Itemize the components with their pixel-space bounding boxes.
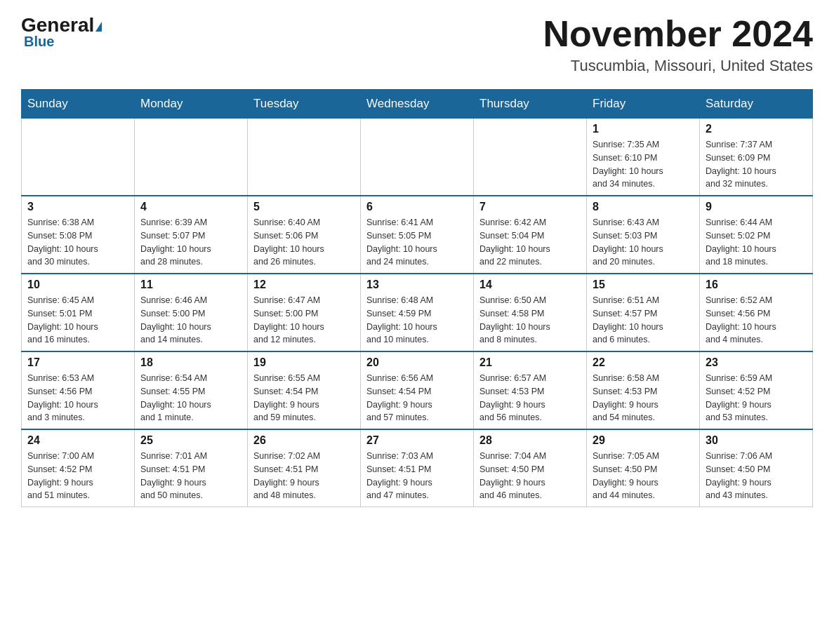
table-row: 13Sunrise: 6:48 AM Sunset: 4:59 PM Dayli… bbox=[361, 274, 474, 351]
day-info: Sunrise: 6:42 AM Sunset: 5:04 PM Dayligh… bbox=[479, 216, 581, 269]
day-number: 25 bbox=[140, 434, 241, 447]
day-number: 19 bbox=[253, 356, 355, 369]
day-number: 8 bbox=[593, 201, 694, 213]
table-row: 30Sunrise: 7:06 AM Sunset: 4:50 PM Dayli… bbox=[700, 429, 813, 507]
day-number: 16 bbox=[706, 279, 807, 291]
day-info: Sunrise: 6:59 AM Sunset: 4:52 PM Dayligh… bbox=[706, 372, 807, 424]
day-info: Sunrise: 7:04 AM Sunset: 4:50 PM Dayligh… bbox=[479, 450, 581, 502]
day-info: Sunrise: 6:50 AM Sunset: 4:58 PM Dayligh… bbox=[479, 294, 581, 347]
day-info: Sunrise: 6:40 AM Sunset: 5:06 PM Dayligh… bbox=[253, 216, 355, 269]
table-row bbox=[474, 119, 587, 196]
day-info: Sunrise: 7:01 AM Sunset: 4:51 PM Dayligh… bbox=[140, 450, 241, 502]
table-row: 27Sunrise: 7:03 AM Sunset: 4:51 PM Dayli… bbox=[361, 429, 474, 507]
calendar-week-row: 24Sunrise: 7:00 AM Sunset: 4:52 PM Dayli… bbox=[22, 429, 813, 507]
table-row: 29Sunrise: 7:05 AM Sunset: 4:50 PM Dayli… bbox=[587, 429, 700, 507]
day-info: Sunrise: 6:38 AM Sunset: 5:08 PM Dayligh… bbox=[27, 216, 128, 269]
table-row: 11Sunrise: 6:46 AM Sunset: 5:00 PM Dayli… bbox=[135, 274, 248, 351]
day-number: 17 bbox=[27, 356, 128, 369]
day-info: Sunrise: 6:44 AM Sunset: 5:02 PM Dayligh… bbox=[706, 216, 807, 269]
table-row: 28Sunrise: 7:04 AM Sunset: 4:50 PM Dayli… bbox=[474, 429, 587, 507]
day-info: Sunrise: 7:02 AM Sunset: 4:51 PM Dayligh… bbox=[253, 450, 355, 502]
day-number: 10 bbox=[27, 279, 128, 291]
table-row: 21Sunrise: 6:57 AM Sunset: 4:53 PM Dayli… bbox=[474, 351, 587, 429]
table-row: 10Sunrise: 6:45 AM Sunset: 5:01 PM Dayli… bbox=[22, 274, 135, 351]
table-row: 22Sunrise: 6:58 AM Sunset: 4:53 PM Dayli… bbox=[587, 351, 700, 429]
col-friday: Friday bbox=[587, 90, 700, 119]
day-info: Sunrise: 7:37 AM Sunset: 6:09 PM Dayligh… bbox=[706, 138, 807, 191]
table-row: 4Sunrise: 6:39 AM Sunset: 5:07 PM Daylig… bbox=[135, 196, 248, 274]
location-title: Tuscumbia, Missouri, United States bbox=[543, 57, 813, 75]
col-saturday: Saturday bbox=[700, 90, 813, 119]
day-number: 21 bbox=[479, 356, 581, 369]
day-number: 26 bbox=[253, 434, 355, 447]
day-number: 12 bbox=[253, 279, 355, 291]
day-info: Sunrise: 6:45 AM Sunset: 5:01 PM Dayligh… bbox=[27, 294, 128, 347]
day-number: 18 bbox=[140, 356, 241, 369]
col-monday: Monday bbox=[135, 90, 248, 119]
day-info: Sunrise: 6:54 AM Sunset: 4:55 PM Dayligh… bbox=[140, 372, 241, 424]
day-number: 20 bbox=[366, 356, 468, 369]
table-row: 9Sunrise: 6:44 AM Sunset: 5:02 PM Daylig… bbox=[700, 196, 813, 274]
table-row bbox=[135, 119, 248, 196]
day-info: Sunrise: 6:51 AM Sunset: 4:57 PM Dayligh… bbox=[593, 294, 694, 347]
table-row: 7Sunrise: 6:42 AM Sunset: 5:04 PM Daylig… bbox=[474, 196, 587, 274]
col-sunday: Sunday bbox=[22, 90, 135, 119]
day-number: 13 bbox=[366, 279, 468, 291]
logo-blue: Blue bbox=[24, 34, 54, 50]
day-number: 14 bbox=[479, 279, 581, 291]
day-number: 29 bbox=[593, 434, 694, 447]
day-number: 1 bbox=[593, 123, 694, 135]
day-info: Sunrise: 6:58 AM Sunset: 4:53 PM Dayligh… bbox=[593, 372, 694, 424]
table-row: 12Sunrise: 6:47 AM Sunset: 5:00 PM Dayli… bbox=[248, 274, 361, 351]
day-info: Sunrise: 6:52 AM Sunset: 4:56 PM Dayligh… bbox=[706, 294, 807, 347]
day-info: Sunrise: 7:05 AM Sunset: 4:50 PM Dayligh… bbox=[593, 450, 694, 502]
calendar-header-row: Sunday Monday Tuesday Wednesday Thursday… bbox=[22, 90, 813, 119]
table-row: 24Sunrise: 7:00 AM Sunset: 4:52 PM Dayli… bbox=[22, 429, 135, 507]
day-number: 15 bbox=[593, 279, 694, 291]
table-row: 14Sunrise: 6:50 AM Sunset: 4:58 PM Dayli… bbox=[474, 274, 587, 351]
day-info: Sunrise: 6:39 AM Sunset: 5:07 PM Dayligh… bbox=[140, 216, 241, 269]
calendar-week-row: 17Sunrise: 6:53 AM Sunset: 4:56 PM Dayli… bbox=[22, 351, 813, 429]
table-row bbox=[248, 119, 361, 196]
day-number: 23 bbox=[706, 356, 807, 369]
day-number: 4 bbox=[140, 201, 241, 213]
col-tuesday: Tuesday bbox=[248, 90, 361, 119]
table-row: 19Sunrise: 6:55 AM Sunset: 4:54 PM Dayli… bbox=[248, 351, 361, 429]
calendar-week-row: 3Sunrise: 6:38 AM Sunset: 5:08 PM Daylig… bbox=[22, 196, 813, 274]
table-row: 25Sunrise: 7:01 AM Sunset: 4:51 PM Dayli… bbox=[135, 429, 248, 507]
day-number: 22 bbox=[593, 356, 694, 369]
logo-triangle-icon bbox=[95, 22, 102, 32]
day-number: 9 bbox=[706, 201, 807, 213]
day-number: 5 bbox=[253, 201, 355, 213]
table-row: 3Sunrise: 6:38 AM Sunset: 5:08 PM Daylig… bbox=[22, 196, 135, 274]
col-thursday: Thursday bbox=[474, 90, 587, 119]
day-number: 28 bbox=[479, 434, 581, 447]
table-row: 18Sunrise: 6:54 AM Sunset: 4:55 PM Dayli… bbox=[135, 351, 248, 429]
month-title: November 2024 bbox=[543, 14, 813, 54]
table-row: 1Sunrise: 7:35 AM Sunset: 6:10 PM Daylig… bbox=[587, 119, 700, 196]
table-row: 5Sunrise: 6:40 AM Sunset: 5:06 PM Daylig… bbox=[248, 196, 361, 274]
day-info: Sunrise: 7:03 AM Sunset: 4:51 PM Dayligh… bbox=[366, 450, 468, 502]
table-row: 15Sunrise: 6:51 AM Sunset: 4:57 PM Dayli… bbox=[587, 274, 700, 351]
table-row: 8Sunrise: 6:43 AM Sunset: 5:03 PM Daylig… bbox=[587, 196, 700, 274]
day-number: 2 bbox=[706, 123, 807, 135]
calendar-table: Sunday Monday Tuesday Wednesday Thursday… bbox=[21, 89, 813, 507]
day-number: 27 bbox=[366, 434, 468, 447]
table-row: 23Sunrise: 6:59 AM Sunset: 4:52 PM Dayli… bbox=[700, 351, 813, 429]
table-row bbox=[22, 119, 135, 196]
logo-general: General bbox=[21, 14, 94, 36]
day-info: Sunrise: 6:41 AM Sunset: 5:05 PM Dayligh… bbox=[366, 216, 468, 269]
day-info: Sunrise: 6:43 AM Sunset: 5:03 PM Dayligh… bbox=[593, 216, 694, 269]
page-header: General Blue November 2024 Tuscumbia, Mi… bbox=[21, 14, 813, 75]
day-number: 6 bbox=[366, 201, 468, 213]
calendar-week-row: 10Sunrise: 6:45 AM Sunset: 5:01 PM Dayli… bbox=[22, 274, 813, 351]
day-info: Sunrise: 7:06 AM Sunset: 4:50 PM Dayligh… bbox=[706, 450, 807, 502]
day-number: 7 bbox=[479, 201, 581, 213]
day-info: Sunrise: 6:56 AM Sunset: 4:54 PM Dayligh… bbox=[366, 372, 468, 424]
calendar-week-row: 1Sunrise: 7:35 AM Sunset: 6:10 PM Daylig… bbox=[22, 119, 813, 196]
table-row bbox=[361, 119, 474, 196]
day-info: Sunrise: 7:00 AM Sunset: 4:52 PM Dayligh… bbox=[27, 450, 128, 502]
table-row: 6Sunrise: 6:41 AM Sunset: 5:05 PM Daylig… bbox=[361, 196, 474, 274]
table-row: 16Sunrise: 6:52 AM Sunset: 4:56 PM Dayli… bbox=[700, 274, 813, 351]
logo: General Blue bbox=[21, 14, 102, 50]
